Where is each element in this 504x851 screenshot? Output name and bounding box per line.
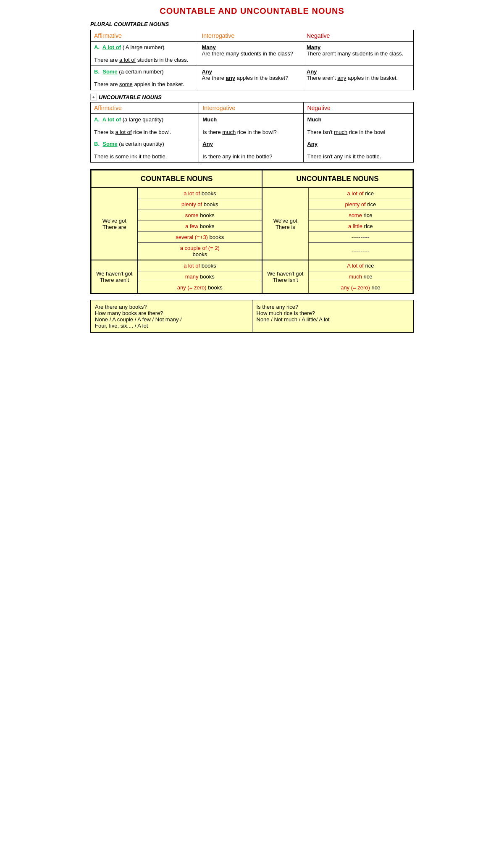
table2-row-b-int: Any Is there any ink in the bottle?: [199, 138, 304, 163]
phrase-alot-rice: a lot of rice: [308, 188, 412, 199]
phrase-some-rice: some rice: [308, 210, 412, 221]
aff-header2: Affirmative: [91, 102, 199, 114]
phrase-afew-books: a few books: [138, 221, 262, 232]
table1-row-a-int: Many Are there many students in the clas…: [198, 42, 303, 66]
uncountable-table: Affirmative Interrogative Negative A. A …: [90, 102, 414, 163]
table1-row-b-neg: Any There aren't any apples in the baske…: [303, 66, 414, 90]
table2-row-a-int: Much Is there much rice in the bowl?: [199, 114, 304, 138]
dash1: ----------: [308, 232, 412, 243]
aff-header: Affirmative: [91, 30, 198, 42]
neg-many-books: many books: [138, 271, 262, 282]
left-neg-label: We haven't got There aren't: [92, 260, 138, 293]
neg-any-books: any (= zero) books: [138, 282, 262, 293]
dash2: ----------: [308, 243, 412, 260]
phrase-several-books: several (=+3) books: [138, 232, 262, 243]
table2-row-b-aff: B. Some (a certain quantity) There is so…: [91, 138, 199, 163]
comparison-table: COUNTABLE NOUNS UNCOUNTABLE NOUNS We've …: [91, 170, 413, 293]
right-aff-label: We've got There is: [262, 188, 308, 260]
phrase-some-books: some books: [138, 210, 262, 221]
table1-row-a-aff: A. A lot of ( A large number) There are …: [91, 42, 198, 66]
table2-row-a-neg: Much There isn't much rice in the bowl: [304, 114, 414, 138]
int-header: Interrogative: [198, 30, 303, 42]
phrase-plenty-rice: plenty of rice: [308, 199, 412, 210]
left-aff-label: We've got There are: [92, 188, 138, 260]
section2-heading: UNCOUNTABLE NOUNS: [99, 94, 162, 100]
table1-row-a-neg: Many There aren't many students in the c…: [303, 42, 414, 66]
neg-alot-books: a lot of books: [138, 260, 262, 271]
countable-header: COUNTABLE NOUNS: [92, 171, 262, 188]
phrase-alittle-rice: a little rice: [308, 221, 412, 232]
question-table: Are there any books? How many books are …: [90, 300, 414, 333]
page-title: COUNTABLE AND UNCOUNTABLE NOUNS: [90, 6, 414, 16]
uncountable-header: UNCOUNTABLE NOUNS: [262, 171, 412, 188]
table2-row-a-aff: A. A lot of (a large quantity) There is …: [91, 114, 199, 138]
neg-alot-rice: A lot of rice: [308, 260, 412, 271]
comparison-table-wrapper: COUNTABLE NOUNS UNCOUNTABLE NOUNS We've …: [90, 169, 414, 294]
table1-row-b-int: Any Are there any apples in the basket?: [198, 66, 303, 90]
neg-any-rice: any (= zero) rice: [308, 282, 412, 293]
section1-heading: PLURAL COUNTABLE NOUNS: [90, 21, 414, 27]
phrase-plenty-books: plenty of books: [138, 199, 262, 210]
table1-row-b-aff: B. Some (a certain number) There are som…: [91, 66, 198, 90]
question-books-cell: Are there any books? How many books are …: [91, 300, 252, 333]
neg-header: Negative: [303, 30, 414, 42]
neg-much-rice: much rice: [308, 271, 412, 282]
neg-header2: Negative: [304, 102, 414, 114]
table2-row-b-neg: Any There isn't any ink it the bottle.: [304, 138, 414, 163]
int-header2: Interrogative: [199, 102, 304, 114]
plural-countable-table: Affirmative Interrogative Negative A. A …: [90, 30, 414, 90]
right-neg-label: We haven't got There isn't: [262, 260, 308, 293]
phrase-couple-books: a couple of (= 2)books: [138, 243, 262, 260]
phrase-alot-books: a lot of books: [138, 188, 262, 199]
question-rice-cell: Is there any rice? How much rice is ther…: [252, 300, 414, 333]
expand-icon[interactable]: +: [90, 94, 97, 100]
